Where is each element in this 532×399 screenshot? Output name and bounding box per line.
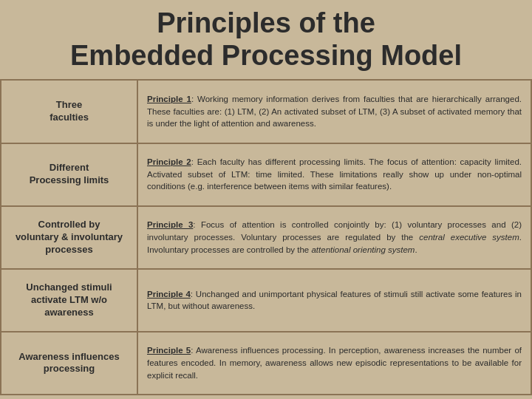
page-title: Principles of the Embedded Processing Mo… <box>15 7 517 72</box>
principle-3-italic1: central executive system <box>419 233 519 242</box>
row-3: Controlled byvoluntary & involuntaryproc… <box>1 207 532 270</box>
left-label-5: Awareness influencesprocessing <box>18 351 119 376</box>
left-cell-4: Unchanged stimuliactivate LTM w/o awaren… <box>1 270 138 331</box>
page: Principles of the Embedded Processing Mo… <box>0 0 532 399</box>
row-2: DifferentProcessing limits Principle 2: … <box>1 144 532 207</box>
principle-2-text: Principle 2: Each faculty has different … <box>147 156 522 193</box>
left-cell-2: DifferentProcessing limits <box>1 144 138 205</box>
left-cell-5: Awareness influencesprocessing <box>1 332 138 394</box>
principle-5-body: Awareness influences processing. In perc… <box>147 346 522 379</box>
principle-5-label: Principle 5 <box>147 346 191 355</box>
principle-4-body: Unchanged and unimportant physical featu… <box>147 290 522 311</box>
principle-2-label: Principle 2 <box>147 157 191 166</box>
title-line1: Principles of the <box>157 7 375 38</box>
row-4: Unchanged stimuliactivate LTM w/o awaren… <box>1 270 532 332</box>
principle-4-label: Principle 4 <box>147 290 191 299</box>
row-5: Awareness influencesprocessing Principle… <box>1 332 532 395</box>
left-label-2: DifferentProcessing limits <box>30 162 109 187</box>
title-area: Principles of the Embedded Processing Mo… <box>0 7 532 79</box>
title-line2: Embedded Processing Model <box>70 40 462 71</box>
principle-3-label: Principle 3 <box>147 220 193 229</box>
principle-3-text: Principle 3: Focus of attention is contr… <box>147 219 522 256</box>
principle-1-body: Working memory information derives from … <box>147 95 522 128</box>
principle-4-text: Principle 4: Unchanged and unimportant p… <box>147 288 522 313</box>
principle-3-italic2: attentional orienting system <box>311 245 415 254</box>
right-cell-5: Principle 5: Awareness influences proces… <box>138 332 532 394</box>
right-cell-2: Principle 2: Each faculty has different … <box>138 144 532 205</box>
principle-2-body: Each faculty has different processing li… <box>147 157 522 191</box>
principle-1-text: Principle 1: Working memory information … <box>147 93 522 130</box>
principle-5-text: Principle 5: Awareness influences proces… <box>147 344 522 381</box>
principle-3-end: . <box>415 245 417 254</box>
left-label-3: Controlled byvoluntary & involuntaryproc… <box>16 219 123 256</box>
left-label-4: Unchanged stimuliactivate LTM w/o awaren… <box>9 282 129 319</box>
right-cell-4: Principle 4: Unchanged and unimportant p… <box>138 270 532 331</box>
content-table: Threefaculties Principle 1: Working memo… <box>0 79 532 395</box>
left-cell-3: Controlled byvoluntary & involuntaryproc… <box>1 207 138 268</box>
row-1: Threefaculties Principle 1: Working memo… <box>1 81 532 143</box>
principle-1-label: Principle 1 <box>147 95 191 103</box>
left-cell-1: Threefaculties <box>1 81 138 142</box>
right-cell-1: Principle 1: Working memory information … <box>138 81 532 142</box>
right-cell-3: Principle 3: Focus of attention is contr… <box>138 207 532 268</box>
left-label-1: Threefaculties <box>50 99 89 124</box>
